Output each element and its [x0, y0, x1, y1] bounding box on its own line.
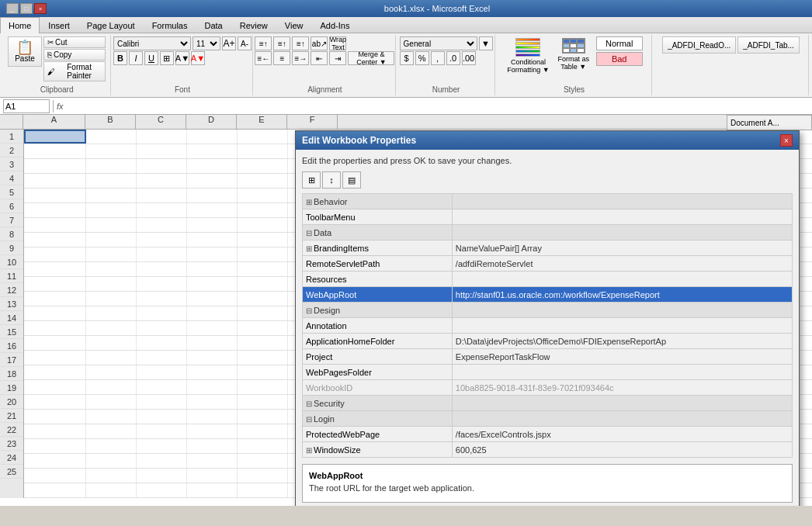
font-name-select[interactable]: Calibri: [113, 36, 191, 50]
expand-data-icon[interactable]: ⊟: [306, 229, 312, 237]
edit-workbook-properties-dialog: Edit Workbook Properties × Edit the prop…: [295, 130, 800, 506]
list-item[interactable]: ProtectedWebPage /faces/ExcelControls.js…: [303, 427, 793, 442]
fill-color-button[interactable]: A▼: [175, 51, 189, 65]
format-painter-button[interactable]: 🖌 Format Painter: [43, 61, 106, 81]
list-item[interactable]: WorkbookID 10ba8825-9018-431f-83e9-7021f…: [303, 380, 793, 396]
expand-windowsize-icon[interactable]: ⊞: [306, 446, 312, 455]
list-item[interactable]: ApplicationHomeFolder D:\Data\jdevProjec…: [303, 334, 793, 349]
bad-style[interactable]: Bad: [596, 52, 643, 66]
col-header-f[interactable]: F: [287, 115, 338, 129]
tab-insert[interactable]: Insert: [40, 17, 78, 33]
cell-a2[interactable]: [24, 144, 86, 158]
normal-style[interactable]: Normal: [596, 36, 643, 50]
align-right-button[interactable]: ≡→: [292, 51, 309, 65]
adfdi-tab-button[interactable]: _ADFDI_Tab...: [737, 36, 800, 54]
expand-branding-icon[interactable]: ⊞: [306, 244, 312, 253]
increase-indent-button[interactable]: ⇥: [329, 51, 346, 65]
list-item[interactable]: Resources: [303, 272, 793, 287]
col-header-a[interactable]: A: [23, 115, 85, 129]
font-grow-button[interactable]: A+: [222, 36, 236, 50]
copy-button[interactable]: ⎘ Copy: [43, 49, 106, 61]
merge-center-button[interactable]: Merge & Center ▼: [348, 51, 394, 65]
list-item[interactable]: ⊞BrandingItems NameValuePair[] Array: [303, 241, 793, 256]
sort-alpha-button[interactable]: ⊞: [302, 171, 321, 189]
col-header-b[interactable]: B: [85, 115, 136, 129]
cell-a1[interactable]: [24, 130, 86, 144]
angle-text-button[interactable]: ab↗: [311, 36, 328, 50]
dialog-close-button[interactable]: ×: [780, 134, 793, 147]
tab-review[interactable]: Review: [231, 17, 276, 33]
list-item[interactable]: ⊞WindowSize 600,625: [303, 442, 793, 458]
close-btn[interactable]: ×: [34, 3, 47, 14]
adfdi-read-only-button[interactable]: _ADFDI_ReadO...: [662, 36, 736, 54]
currency-button[interactable]: $: [400, 51, 414, 65]
expand-security-icon[interactable]: ⊟: [306, 400, 312, 408]
cell-b1[interactable]: [86, 130, 137, 144]
expand-behavior-icon[interactable]: ⊞: [306, 198, 312, 206]
cell-c1[interactable]: [137, 130, 187, 144]
underline-button[interactable]: U: [144, 51, 158, 65]
col-header-d[interactable]: D: [186, 115, 237, 129]
tab-page-layout[interactable]: Page Layout: [78, 17, 144, 33]
wrap-text-button[interactable]: Wrap Text: [329, 36, 346, 50]
expand-login-icon[interactable]: ⊟: [306, 415, 312, 424]
list-item[interactable]: ⊟Security: [303, 396, 793, 411]
increase-decimal-button[interactable]: .00: [462, 51, 476, 65]
tab-view[interactable]: View: [276, 17, 312, 33]
list-item[interactable]: ⊟Login: [303, 411, 793, 427]
list-item[interactable]: WebPagesFolder: [303, 365, 793, 380]
font-group: Calibri 11 A+ A- B I U ⊞ A▼ A: [113, 35, 252, 95]
format-as-table-button[interactable]: Format as Table ▼: [556, 36, 592, 72]
font-size-select[interactable]: 11: [193, 36, 220, 50]
sort-category-button[interactable]: ↕: [322, 171, 341, 189]
tab-home[interactable]: Home: [0, 17, 40, 33]
dialog-title-bar: Edit Workbook Properties ×: [296, 131, 799, 150]
minimize-btn[interactable]: _: [6, 3, 19, 14]
align-top-center-button[interactable]: ≡↑: [273, 36, 290, 50]
col-header-e[interactable]: E: [237, 115, 287, 129]
title-bar: _ □ × book1.xlsx - Microsoft Excel: [0, 0, 812, 17]
cut-button[interactable]: ✂ Cut: [43, 36, 106, 48]
row-num-header-cell: [0, 115, 23, 129]
border-button[interactable]: ⊞: [160, 51, 174, 65]
list-item[interactable]: WebAppRoot http://stanf01.us.oracle.com:…: [303, 287, 793, 303]
font-color-button[interactable]: A▼: [191, 51, 205, 65]
tab-add-ins[interactable]: Add-Ins: [311, 17, 358, 33]
list-item[interactable]: RemoteServletPath /adfdiRemoteServlet: [303, 256, 793, 272]
number-format-expand-button[interactable]: ▼: [479, 36, 493, 50]
align-top-right-button[interactable]: ≡↑: [292, 36, 309, 50]
list-item[interactable]: Annotation: [303, 318, 793, 334]
align-left-button[interactable]: ≡←: [255, 51, 272, 65]
conditional-formatting-button[interactable]: ConditionalFormatting ▼: [505, 36, 550, 75]
formula-input[interactable]: [67, 102, 809, 111]
decrease-indent-button[interactable]: ⇤: [311, 51, 328, 65]
decrease-decimal-button[interactable]: .0: [446, 51, 460, 65]
font-shrink-button[interactable]: A-: [238, 36, 252, 50]
cell-e1[interactable]: [238, 130, 288, 144]
col-header-c[interactable]: C: [136, 115, 186, 129]
comma-button[interactable]: ,: [431, 51, 445, 65]
document-tab[interactable]: Document A...: [727, 115, 812, 130]
list-item[interactable]: ToolbarMenu: [303, 209, 793, 225]
properties-page-button[interactable]: ▤: [342, 171, 361, 189]
list-item[interactable]: ⊞Behavior: [303, 194, 793, 209]
maximize-btn[interactable]: □: [20, 3, 33, 14]
list-item[interactable]: Project ExpenseReportTaskFlow: [303, 349, 793, 365]
expand-design-icon[interactable]: ⊟: [306, 306, 312, 315]
percent-button[interactable]: %: [415, 51, 429, 65]
row-num-11: 11: [0, 269, 23, 283]
align-center-button[interactable]: ≡: [273, 51, 290, 65]
italic-button[interactable]: I: [129, 51, 143, 65]
tab-formulas[interactable]: Formulas: [144, 17, 196, 33]
paste-button[interactable]: 📋 Paste: [8, 36, 42, 67]
bold-button[interactable]: B: [113, 51, 127, 65]
row-num-3: 3: [0, 157, 23, 171]
align-top-left-button[interactable]: ≡↑: [255, 36, 272, 50]
list-item[interactable]: ⊟Data: [303, 225, 793, 241]
number-format-select[interactable]: General: [400, 36, 477, 50]
row-num-12: 12: [0, 283, 23, 297]
cell-reference-input[interactable]: [3, 99, 50, 113]
tab-data[interactable]: Data: [196, 17, 231, 33]
cell-d1[interactable]: [187, 130, 238, 144]
list-item[interactable]: ⊟Design: [303, 303, 793, 318]
